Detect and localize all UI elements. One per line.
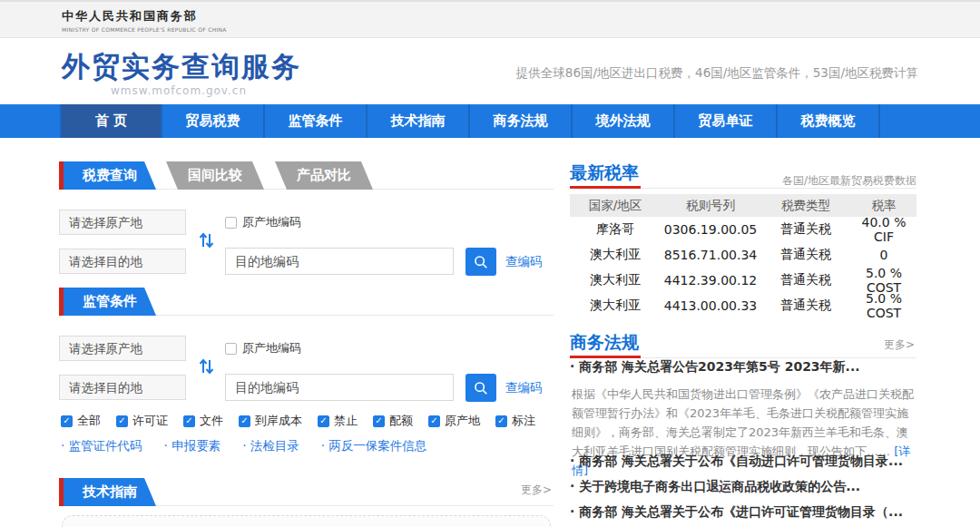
latest-rates-table: 国家/地区 税则号列 税费类型 税率 摩洛哥 0306.19.00.05 普通关… xyxy=(570,194,916,318)
government-topbar: 中华人民共和国商务部 MINISTRY OF COMMERCE PEOPLE'S… xyxy=(0,0,980,38)
filter-license[interactable]: ✓许可证 xyxy=(116,413,168,429)
supervision-query-form: 请选择原产地 原产地编码 请选择目的地 查编码 xyxy=(59,330,554,414)
table-row: 澳大利亚 4413.00.00.33 普通关税 5.0 % COST xyxy=(570,293,916,318)
info-column: 最新税率 各国/地区最新贸易税费数据 国家/地区 税则号列 税费类型 税率 摩洛… xyxy=(570,161,916,527)
filter-prohibited[interactable]: ✓禁止 xyxy=(318,413,358,429)
table-row: 澳大利亚 4412.39.00.12 普通关税 5.0 % COST xyxy=(570,268,916,293)
table-row: 澳大利亚 8516.71.00.34 普通关税 0 xyxy=(570,242,916,268)
checkbox-checked-icon: ✓ xyxy=(116,415,128,427)
tech-guide-section-tab[interactable]: 技术指南 xyxy=(64,478,156,506)
destination-select[interactable]: 请选择目的地 xyxy=(59,375,186,400)
filter-document[interactable]: ✓文件 xyxy=(183,413,223,429)
swap-icon[interactable] xyxy=(197,230,217,250)
table-row: 摩洛哥 0306.19.00.05 普通关税 40.0 % CIF xyxy=(570,217,916,242)
checkbox-checked-icon: ✓ xyxy=(373,415,385,427)
tax-query-form: 请选择原产地 原产地编码 请选择目的地 查编码 xyxy=(59,204,554,288)
red-accent-bar xyxy=(59,288,64,316)
checkbox-checked-icon: ✓ xyxy=(239,415,250,427)
red-accent-bar xyxy=(59,478,64,506)
swap-icon[interactable] xyxy=(197,356,217,376)
list-item[interactable]: · 商务部 海关总署关于公布《进口许可证管理货物目录（... xyxy=(570,499,916,524)
ministry-name-en: MINISTRY OF COMMERCE PEOPLE'S REPUBLIC O… xyxy=(62,26,227,33)
site-domain: wmsw.mofcom.gov.cn xyxy=(62,84,296,97)
nav-item-trade-taxes[interactable]: 贸易税费 xyxy=(162,104,265,138)
link-declaration-elements[interactable]: · 申报要素 xyxy=(164,438,221,454)
link-inspection-catalog[interactable]: · 法检目录 xyxy=(242,438,299,454)
tech-guide-section-header: 技术指南 更多> xyxy=(59,478,554,506)
filter-origin[interactable]: ✓原产地 xyxy=(428,413,480,429)
filter-marking[interactable]: ✓标注 xyxy=(495,413,535,429)
origin-select[interactable]: 请选择原产地 xyxy=(59,336,186,361)
nav-item-regulations[interactable]: 商务法规 xyxy=(470,104,573,138)
nav-item-tech-guide[interactable]: 技术指南 xyxy=(368,104,470,138)
checkbox-checked-icon: ✓ xyxy=(428,415,440,427)
supervision-section-header: 监管条件 xyxy=(59,288,554,316)
ministry-name-cn: 中华人民共和国商务部 xyxy=(62,8,227,24)
filter-quota[interactable]: ✓配额 xyxy=(373,413,413,429)
destination-code-input[interactable] xyxy=(225,374,454,401)
search-icon xyxy=(473,380,489,396)
nav-item-foreign-regulations[interactable]: 境外法规 xyxy=(573,104,675,138)
search-button[interactable] xyxy=(466,248,496,276)
checkbox-checked-icon: ✓ xyxy=(183,415,195,427)
site-tagline: 提供全球86国/地区进出口税费，46国/地区监管条件，53国/地区税费计算 xyxy=(516,65,918,82)
checkbox-checked-icon: ✓ xyxy=(495,415,507,427)
query-tabs: 税费查询 国间比较 产品对比 xyxy=(59,161,554,190)
site-title: 外贸实务查询服务 xyxy=(62,48,301,86)
lookup-code-link[interactable]: 查编码 xyxy=(505,380,543,396)
origin-code-checkbox[interactable]: 原产地编码 xyxy=(225,340,301,356)
nav-item-home[interactable]: 首 页 xyxy=(60,104,162,138)
red-accent-bar xyxy=(59,161,64,190)
tab-country-compare[interactable]: 国间比较 xyxy=(166,161,264,190)
link-trade-remedy-cases[interactable]: · 两反一保案件信息 xyxy=(321,438,427,454)
filter-all[interactable]: ✓全部 xyxy=(61,413,101,429)
tech-guide-more-link[interactable]: 更多> xyxy=(521,483,552,498)
link-supervision-cert-codes[interactable]: · 监管证件代码 xyxy=(61,438,142,454)
supervision-quick-links: · 监管证件代码 · 申报要素 · 法检目录 · 两反一保案件信息 xyxy=(61,438,426,454)
red-underline xyxy=(570,356,641,358)
query-column: 税费查询 国间比较 产品对比 请选择原产地 原产地编码 请选择目的地 查编码 监… xyxy=(59,161,554,527)
checkbox-checked-icon: ✓ xyxy=(61,415,73,427)
ministry-logo-text: 中华人民共和国商务部 MINISTRY OF COMMERCE PEOPLE'S… xyxy=(62,8,227,33)
site-header: 外贸实务查询服务 wmsw.mofcom.gov.cn 提供全球86国/地区进出… xyxy=(0,38,980,104)
checkbox-unchecked-icon xyxy=(225,217,237,229)
tab-tax-query[interactable]: 税费查询 xyxy=(64,161,156,190)
origin-code-checkbox[interactable]: 原产地编码 xyxy=(225,214,301,230)
filter-landed-cost[interactable]: ✓到岸成本 xyxy=(239,413,302,429)
main-nav-items: 首 页 贸易税费 监管条件 技术指南 商务法规 境外法规 贸易单证 税费概览 xyxy=(60,104,880,138)
destination-code-input[interactable] xyxy=(225,248,454,275)
tab-product-compare[interactable]: 产品对比 xyxy=(275,161,373,190)
lookup-code-link[interactable]: 查编码 xyxy=(505,254,543,270)
list-item[interactable]: · 商务部 海关总署关于公布《自动进口许可管理货物目录... xyxy=(570,448,916,473)
checkbox-unchecked-icon xyxy=(225,343,237,355)
nav-item-tax-overview[interactable]: 税费概览 xyxy=(778,104,880,138)
main-nav: 首 页 贸易税费 监管条件 技术指南 商务法规 境外法规 贸易单证 税费概览 xyxy=(0,104,980,138)
latest-rates-subtitle: 各国/地区最新贸易税费数据 xyxy=(782,173,916,189)
search-button[interactable] xyxy=(466,374,496,402)
regulation-featured-title[interactable]: · 商务部 海关总署公告2023年第5号 2023年新... xyxy=(570,359,916,376)
red-underline xyxy=(570,186,641,189)
list-item[interactable]: · 关于跨境电子商务出口退运商品税收政策的公告... xyxy=(570,473,916,499)
latest-rates-title: 最新税率 xyxy=(570,161,639,185)
regulations-more-link[interactable]: 更多> xyxy=(884,337,915,353)
search-icon xyxy=(473,254,489,270)
checkbox-checked-icon: ✓ xyxy=(318,415,329,427)
tech-guide-content-box xyxy=(62,515,551,527)
supervision-filters: ✓全部 ✓许可证 ✓文件 ✓到岸成本 ✓禁止 ✓配额 ✓原产地 ✓标注 xyxy=(61,413,535,429)
regulations-header: 商务法规 更多> xyxy=(570,331,916,358)
nav-item-supervision[interactable]: 监管条件 xyxy=(265,104,368,138)
latest-rates-header: 最新税率 各国/地区最新贸易税费数据 xyxy=(570,161,916,189)
table-header-row: 国家/地区 税则号列 税费类型 税率 xyxy=(570,194,916,217)
regulation-list: · 商务部 海关总署关于公布《自动进口许可管理货物目录... · 关于跨境电子商… xyxy=(570,448,916,524)
destination-select[interactable]: 请选择目的地 xyxy=(59,249,186,274)
origin-select[interactable]: 请选择原产地 xyxy=(59,210,186,235)
supervision-section-tab[interactable]: 监管条件 xyxy=(64,288,156,316)
regulations-title: 商务法规 xyxy=(570,331,639,355)
nav-item-trade-documents[interactable]: 贸易单证 xyxy=(675,104,778,138)
